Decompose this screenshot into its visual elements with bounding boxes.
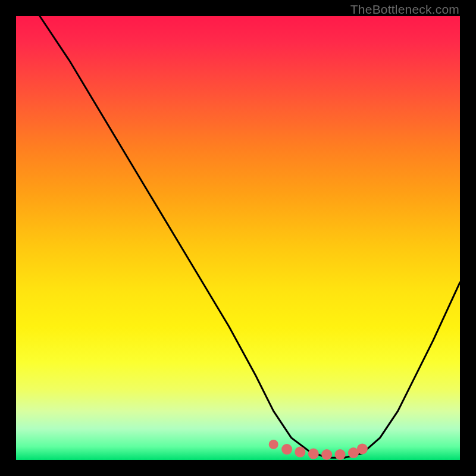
watermark-text: TheBottleneck.com bbox=[350, 2, 459, 17]
chart-container: TheBottleneck.com bbox=[0, 0, 476, 476]
plot-gradient-area bbox=[16, 16, 460, 460]
